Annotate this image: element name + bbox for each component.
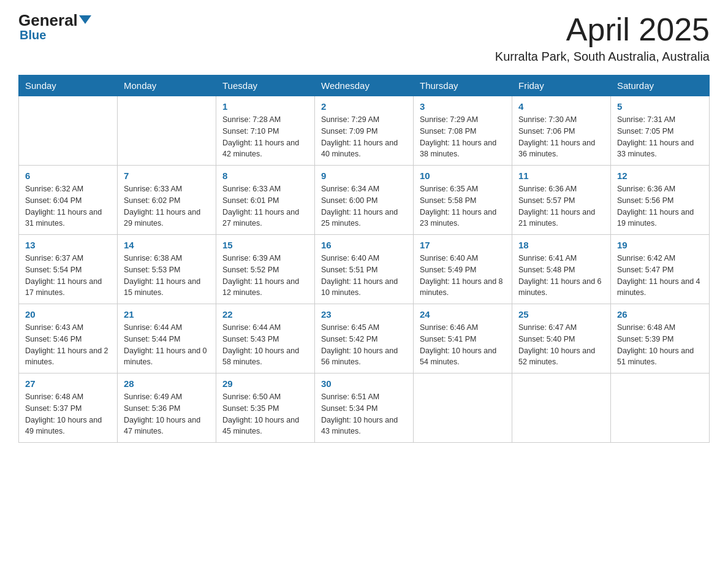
day-number: 22 (222, 309, 308, 320)
day-number: 6 (25, 170, 111, 181)
calendar-week-row: 13 Sunrise: 6:37 AMSunset: 5:54 PMDaylig… (19, 235, 710, 304)
table-row: 1 Sunrise: 7:28 AMSunset: 7:10 PMDayligh… (216, 96, 315, 166)
table-row: 17 Sunrise: 6:40 AMSunset: 5:49 PMDaylig… (414, 235, 512, 304)
day-info: Sunrise: 6:37 AMSunset: 5:54 PMDaylight:… (25, 254, 102, 297)
col-wednesday: Wednesday (315, 75, 414, 96)
table-row: 11 Sunrise: 6:36 AMSunset: 5:57 PMDaylig… (512, 166, 611, 235)
table-row: 14 Sunrise: 6:38 AMSunset: 5:53 PMDaylig… (118, 235, 216, 304)
table-row (512, 373, 611, 443)
table-row: 26 Sunrise: 6:48 AMSunset: 5:39 PMDaylig… (611, 304, 710, 373)
day-number: 2 (321, 101, 407, 112)
day-info: Sunrise: 6:49 AMSunset: 5:36 PMDaylight:… (124, 393, 200, 435)
table-row: 16 Sunrise: 6:40 AMSunset: 5:51 PMDaylig… (315, 235, 414, 304)
day-info: Sunrise: 7:28 AMSunset: 7:10 PMDaylight:… (222, 115, 299, 158)
day-info: Sunrise: 6:44 AMSunset: 5:43 PMDaylight:… (222, 323, 299, 366)
day-info: Sunrise: 6:33 AMSunset: 6:01 PMDaylight:… (222, 185, 299, 228)
table-row: 29 Sunrise: 6:50 AMSunset: 5:35 PMDaylig… (216, 373, 315, 443)
day-number: 29 (222, 378, 308, 389)
table-row: 20 Sunrise: 6:43 AMSunset: 5:46 PMDaylig… (19, 304, 118, 373)
table-row: 12 Sunrise: 6:36 AMSunset: 5:56 PMDaylig… (611, 166, 710, 235)
day-number: 17 (420, 240, 506, 250)
day-info: Sunrise: 7:31 AMSunset: 7:05 PMDaylight:… (617, 115, 694, 158)
logo-text: General (18, 11, 91, 29)
day-info: Sunrise: 6:50 AMSunset: 5:35 PMDaylight:… (222, 393, 299, 435)
day-info: Sunrise: 6:39 AMSunset: 5:52 PMDaylight:… (222, 254, 299, 297)
day-info: Sunrise: 6:33 AMSunset: 6:02 PMDaylight:… (124, 185, 200, 228)
day-number: 19 (617, 240, 703, 250)
day-info: Sunrise: 6:48 AMSunset: 5:37 PMDaylight:… (25, 393, 102, 435)
table-row: 25 Sunrise: 6:47 AMSunset: 5:40 PMDaylig… (512, 304, 611, 373)
table-row: 2 Sunrise: 7:29 AMSunset: 7:09 PMDayligh… (315, 96, 414, 166)
table-row (118, 96, 216, 166)
table-row: 10 Sunrise: 6:35 AMSunset: 5:58 PMDaylig… (414, 166, 512, 235)
table-row: 23 Sunrise: 6:45 AMSunset: 5:42 PMDaylig… (315, 304, 414, 373)
table-row: 21 Sunrise: 6:44 AMSunset: 5:44 PMDaylig… (118, 304, 216, 373)
col-thursday: Thursday (414, 75, 512, 96)
day-info: Sunrise: 6:45 AMSunset: 5:42 PMDaylight:… (321, 323, 398, 366)
day-info: Sunrise: 6:41 AMSunset: 5:48 PMDaylight:… (518, 254, 602, 297)
col-monday: Monday (118, 75, 216, 96)
day-number: 15 (222, 240, 308, 250)
calendar-week-row: 27 Sunrise: 6:48 AMSunset: 5:37 PMDaylig… (19, 373, 710, 443)
day-info: Sunrise: 6:36 AMSunset: 5:56 PMDaylight:… (617, 185, 694, 228)
table-row (611, 373, 710, 443)
day-info: Sunrise: 6:32 AMSunset: 6:04 PMDaylight:… (25, 185, 102, 228)
table-row (19, 96, 118, 166)
day-number: 7 (124, 170, 210, 181)
calendar-week-row: 20 Sunrise: 6:43 AMSunset: 5:46 PMDaylig… (19, 304, 710, 373)
day-info: Sunrise: 6:42 AMSunset: 5:47 PMDaylight:… (617, 254, 700, 297)
day-info: Sunrise: 6:36 AMSunset: 5:57 PMDaylight:… (518, 185, 595, 228)
col-saturday: Saturday (611, 75, 710, 96)
table-row (414, 373, 512, 443)
day-number: 18 (518, 240, 604, 250)
calendar-week-row: 6 Sunrise: 6:32 AMSunset: 6:04 PMDayligh… (19, 166, 710, 235)
day-info: Sunrise: 7:30 AMSunset: 7:06 PMDaylight:… (518, 115, 595, 158)
table-row: 15 Sunrise: 6:39 AMSunset: 5:52 PMDaylig… (216, 235, 315, 304)
header-row: Sunday Monday Tuesday Wednesday Thursday… (19, 75, 710, 96)
day-number: 5 (617, 101, 703, 112)
logo: General (18, 12, 91, 28)
table-row: 7 Sunrise: 6:33 AMSunset: 6:02 PMDayligh… (118, 166, 216, 235)
day-number: 25 (518, 309, 604, 320)
month-year-title: April 2025 (495, 12, 710, 47)
table-row: 24 Sunrise: 6:46 AMSunset: 5:41 PMDaylig… (414, 304, 512, 373)
header: General Blue April 2025 Kurralta Park, S… (18, 12, 710, 64)
day-number: 14 (124, 240, 210, 250)
table-row: 5 Sunrise: 7:31 AMSunset: 7:05 PMDayligh… (611, 96, 710, 166)
day-info: Sunrise: 6:38 AMSunset: 5:53 PMDaylight:… (124, 254, 200, 297)
day-number: 1 (222, 101, 308, 112)
table-row: 19 Sunrise: 6:42 AMSunset: 5:47 PMDaylig… (611, 235, 710, 304)
day-number: 21 (124, 309, 210, 320)
table-row: 30 Sunrise: 6:51 AMSunset: 5:34 PMDaylig… (315, 373, 414, 443)
day-number: 28 (124, 378, 210, 389)
calendar-week-row: 1 Sunrise: 7:28 AMSunset: 7:10 PMDayligh… (19, 96, 710, 166)
table-row: 22 Sunrise: 6:44 AMSunset: 5:43 PMDaylig… (216, 304, 315, 373)
day-number: 4 (518, 101, 604, 112)
day-number: 27 (25, 378, 111, 389)
day-number: 23 (321, 309, 407, 320)
day-info: Sunrise: 6:48 AMSunset: 5:39 PMDaylight:… (617, 323, 694, 366)
day-info: Sunrise: 6:47 AMSunset: 5:40 PMDaylight:… (518, 323, 595, 366)
day-info: Sunrise: 7:29 AMSunset: 7:08 PMDaylight:… (420, 115, 496, 158)
day-number: 3 (420, 101, 506, 112)
day-number: 13 (25, 240, 111, 250)
day-info: Sunrise: 6:35 AMSunset: 5:58 PMDaylight:… (420, 185, 496, 228)
title-area: April 2025 Kurralta Park, South Australi… (495, 12, 710, 64)
location-title: Kurralta Park, South Australia, Australi… (495, 50, 710, 64)
logo-blue-text: Blue (20, 28, 46, 42)
calendar-table: Sunday Monday Tuesday Wednesday Thursday… (18, 75, 710, 443)
col-tuesday: Tuesday (216, 75, 315, 96)
day-info: Sunrise: 7:29 AMSunset: 7:09 PMDaylight:… (321, 115, 398, 158)
day-number: 16 (321, 240, 407, 250)
day-info: Sunrise: 6:46 AMSunset: 5:41 PMDaylight:… (420, 323, 496, 366)
table-row: 28 Sunrise: 6:49 AMSunset: 5:36 PMDaylig… (118, 373, 216, 443)
day-info: Sunrise: 6:40 AMSunset: 5:49 PMDaylight:… (420, 254, 503, 297)
day-info: Sunrise: 6:34 AMSunset: 6:00 PMDaylight:… (321, 185, 398, 228)
day-number: 12 (617, 170, 703, 181)
day-number: 24 (420, 309, 506, 320)
day-number: 11 (518, 170, 604, 181)
day-number: 10 (420, 170, 506, 181)
logo-triangle-icon (79, 15, 91, 24)
table-row: 18 Sunrise: 6:41 AMSunset: 5:48 PMDaylig… (512, 235, 611, 304)
logo-area: General Blue (18, 12, 91, 42)
